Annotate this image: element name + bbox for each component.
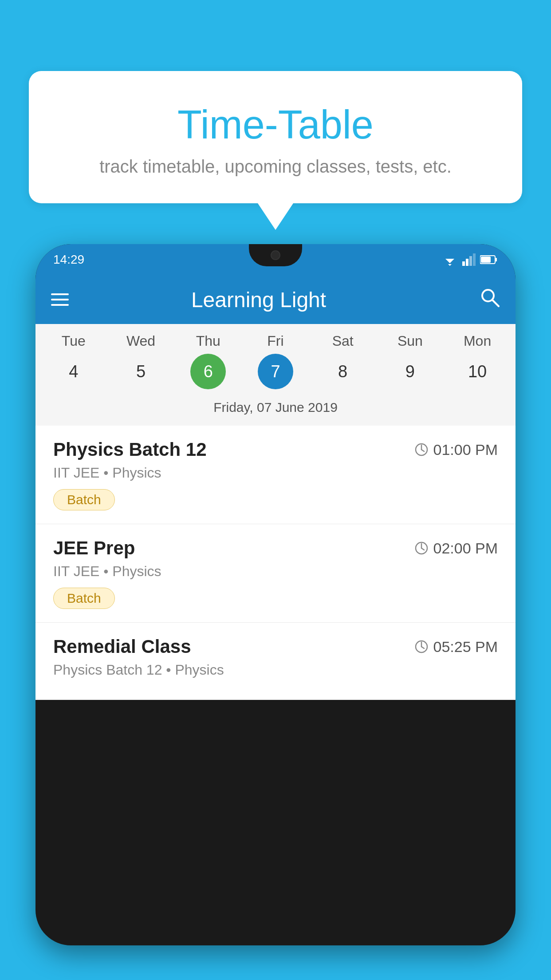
schedule-item-time: 05:25 PM — [414, 638, 498, 656]
calendar-strip: Tue4Wed5Thu6Fri7Sat8Sun9Mon10 Friday, 07… — [35, 324, 516, 426]
search-icon[interactable] — [480, 287, 500, 312]
day-number[interactable]: 4 — [56, 354, 91, 389]
svg-marker-1 — [448, 264, 452, 266]
schedule-item-meta: IIT JEE • Physics — [53, 465, 498, 481]
day-col-mon[interactable]: Mon10 — [446, 333, 508, 389]
svg-line-19 — [421, 647, 424, 648]
day-number[interactable]: 9 — [392, 354, 428, 389]
day-name: Sun — [398, 333, 423, 349]
day-col-thu[interactable]: Thu6 — [177, 333, 239, 389]
schedule-item-meta: Physics Batch 12 • Physics — [53, 662, 498, 678]
schedule-item-header: JEE Prep 02:00 PM — [53, 537, 498, 559]
schedule-item[interactable]: JEE Prep 02:00 PMIIT JEE • PhysicsBatch — [35, 524, 516, 623]
speech-bubble: Time-Table track timetable, upcoming cla… — [29, 71, 522, 203]
bubble-title: Time-Table — [55, 102, 496, 148]
camera — [271, 250, 280, 260]
day-name: Wed — [126, 333, 155, 349]
phone-frame: 14:29 — [35, 244, 516, 945]
clock-icon — [414, 541, 429, 555]
day-name: Sat — [332, 333, 354, 349]
day-number[interactable]: 7 — [258, 354, 293, 389]
schedule-item-header: Physics Batch 12 01:00 PM — [53, 439, 498, 460]
days-row: Tue4Wed5Thu6Fri7Sat8Sun9Mon10 — [40, 333, 511, 389]
day-col-wed[interactable]: Wed5 — [110, 333, 172, 389]
app-bar: Learning Light — [35, 275, 516, 324]
batch-tag: Batch — [53, 489, 115, 510]
status-icons — [442, 253, 498, 266]
day-name: Thu — [196, 333, 220, 349]
svg-line-13 — [421, 450, 424, 451]
day-col-tue[interactable]: Tue4 — [43, 333, 105, 389]
day-number[interactable]: 8 — [325, 354, 361, 389]
svg-marker-0 — [445, 259, 454, 263]
schedule-item-time: 02:00 PM — [414, 540, 498, 557]
schedule-item-header: Remedial Class 05:25 PM — [53, 636, 498, 657]
svg-rect-5 — [473, 253, 476, 266]
status-time: 14:29 — [53, 253, 84, 267]
selected-date-label: Friday, 07 June 2019 — [40, 394, 511, 421]
phone-mockup: 14:29 — [35, 244, 516, 980]
schedule-item[interactable]: Remedial Class 05:25 PMPhysics Batch 12 … — [35, 623, 516, 700]
day-col-fri[interactable]: Fri7 — [244, 333, 307, 389]
schedule-item-time: 01:00 PM — [414, 441, 498, 458]
status-bar: 14:29 — [35, 244, 516, 275]
schedule-list: Physics Batch 12 01:00 PMIIT JEE • Physi… — [35, 426, 516, 700]
svg-rect-7 — [495, 258, 497, 261]
day-name: Tue — [62, 333, 86, 349]
svg-rect-8 — [481, 257, 491, 263]
battery-icon — [480, 255, 498, 265]
day-col-sat[interactable]: Sat8 — [312, 333, 374, 389]
svg-line-10 — [492, 300, 499, 306]
signal-icon — [462, 253, 476, 266]
schedule-item-name: JEE Prep — [53, 537, 135, 559]
svg-rect-3 — [466, 259, 468, 266]
day-name: Mon — [464, 333, 491, 349]
schedule-item-meta: IIT JEE • Physics — [53, 563, 498, 580]
day-name: Fri — [267, 333, 283, 349]
clock-icon — [414, 640, 429, 654]
clock-icon — [414, 443, 429, 457]
app-title: Learning Light — [82, 288, 435, 312]
day-number[interactable]: 5 — [123, 354, 159, 389]
svg-rect-4 — [469, 256, 472, 266]
notch — [249, 244, 302, 266]
batch-tag: Batch — [53, 588, 115, 609]
menu-button[interactable] — [51, 293, 69, 306]
day-col-sun[interactable]: Sun9 — [379, 333, 441, 389]
schedule-item-name: Remedial Class — [53, 636, 191, 657]
day-number[interactable]: 10 — [460, 354, 495, 389]
bubble-subtitle: track timetable, upcoming classes, tests… — [55, 157, 496, 177]
speech-bubble-section: Time-Table track timetable, upcoming cla… — [29, 71, 522, 230]
svg-rect-2 — [462, 261, 465, 266]
bubble-tail — [258, 203, 293, 230]
svg-line-16 — [421, 548, 424, 550]
schedule-item-name: Physics Batch 12 — [53, 439, 207, 460]
wifi-icon — [442, 253, 458, 266]
day-number[interactable]: 6 — [190, 354, 226, 389]
schedule-item[interactable]: Physics Batch 12 01:00 PMIIT JEE • Physi… — [35, 426, 516, 524]
